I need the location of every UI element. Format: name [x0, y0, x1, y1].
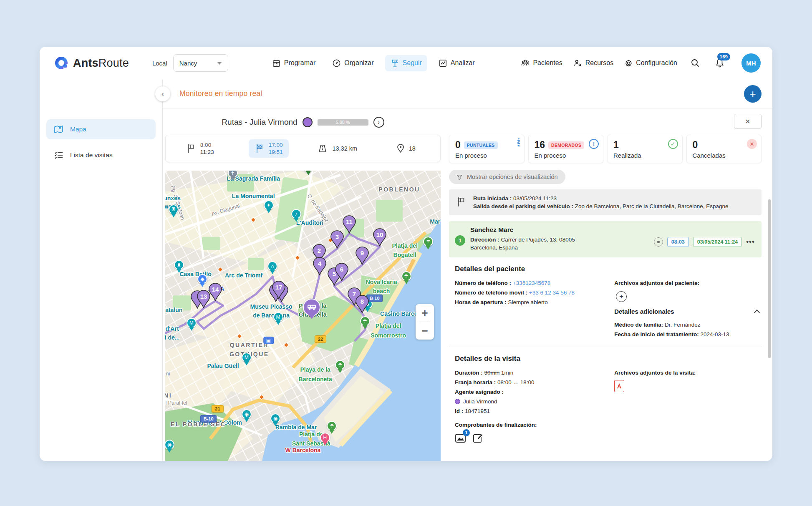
more-options-button[interactable]: •••	[746, 238, 755, 246]
additional-details-toggle[interactable]: Detalles adicionales	[614, 308, 762, 315]
poi-pin-icon[interactable]	[252, 218, 255, 222]
menu-item-seguir[interactable]: Seguir	[385, 55, 427, 71]
stat-stops: 18	[372, 143, 441, 154]
map-marker-9[interactable]: 9	[355, 247, 369, 265]
map-label: Platja del	[376, 322, 401, 329]
app-window: AntsRoute Local Nancy Programar	[40, 47, 772, 461]
stat-start-time: 8:0011:23	[166, 141, 235, 156]
checklist-icon	[54, 151, 64, 160]
map-marker-8[interactable]: 8	[355, 295, 369, 313]
vehicle-marker[interactable]	[303, 299, 320, 322]
route-start-info: Ruta iniciada : 03/05/2024 11:23 Salida …	[449, 189, 762, 215]
poi-pin-icon[interactable]: ◉	[165, 440, 174, 455]
poi-pin-icon[interactable]: ◉	[270, 413, 280, 429]
local-select[interactable]: Nancy	[173, 54, 228, 72]
poi-pin-icon[interactable]: M	[273, 312, 283, 327]
menu-item-recursos[interactable]: Recursos	[573, 59, 614, 67]
poi-pin-icon[interactable]: ☂	[401, 271, 411, 287]
poi-pin-icon[interactable]: ◉	[242, 409, 252, 425]
stop-number-badge: 1	[455, 235, 465, 246]
poi-pin-icon[interactable]: ♪	[291, 209, 301, 224]
next-route-button[interactable]: ›	[373, 117, 384, 128]
poi-pin-icon[interactable]: M	[242, 352, 252, 368]
poi-pin-icon[interactable]	[260, 395, 264, 399]
sidebar-item-mapa[interactable]: Mapa	[46, 119, 156, 139]
patient-address: Dirección : Carrer de Pujades, 13, 08005…	[470, 236, 595, 252]
patients-icon	[521, 59, 530, 67]
map-label: NI	[165, 392, 172, 399]
add-button[interactable]: +	[744, 85, 762, 103]
poi-pin-icon[interactable]: ♜	[174, 260, 184, 275]
poi-pin-icon[interactable]: M	[187, 318, 197, 333]
map-label: el Paral·lel	[165, 400, 187, 406]
status-card-canceladas: 0 Canceladas ✕	[686, 135, 762, 163]
road-icon	[317, 143, 328, 154]
poi-pin-icon[interactable]: ☂	[360, 316, 370, 332]
poi-pin-icon[interactable]: ∩	[267, 261, 277, 277]
poi-pin-icon[interactable]: ✦	[264, 200, 274, 216]
avatar[interactable]: MH	[741, 53, 761, 73]
panel-scrollbar[interactable]	[768, 199, 771, 358]
poi-pin-icon[interactable]: ◆	[197, 274, 207, 290]
locate-icon[interactable]	[654, 237, 663, 247]
notifications-button[interactable]: 169	[715, 58, 725, 68]
back-button[interactable]: ‹	[155, 86, 170, 101]
map-label: d'Art	[165, 325, 179, 332]
patient-details-title: Detalles del paciente	[455, 265, 762, 273]
map-label: Monument a Colom	[188, 419, 242, 426]
sidebar-item-lista-de-visitas[interactable]: Lista de visitas	[46, 145, 156, 165]
signature-proof-button[interactable]	[473, 433, 484, 443]
stat-end-time: 17:0019:51	[235, 139, 303, 158]
search-button[interactable]	[688, 56, 702, 70]
flag-icon	[456, 196, 467, 210]
close-button[interactable]: ✕	[734, 114, 762, 129]
mobile-link[interactable]: +33 6 12 34 56 78	[529, 290, 575, 296]
poi-pin-icon[interactable]	[238, 334, 242, 338]
poi-pin-icon[interactable]	[295, 256, 299, 259]
pdf-attachment-button[interactable]	[614, 380, 624, 392]
display-options-button[interactable]: Mostrar opciones de visualización	[449, 170, 565, 184]
map-label: ni	[166, 371, 170, 377]
visit-details-title: Detalles de la visita	[455, 355, 762, 363]
map-marker-3[interactable]: 3	[330, 230, 344, 249]
map-marker-4[interactable]: 4	[313, 257, 326, 275]
poi-pin-icon[interactable]: ♣	[303, 171, 313, 178]
road-badge: ▣	[263, 337, 274, 344]
brand-logo[interactable]: AntsRoute	[54, 55, 129, 70]
add-attachment-button[interactable]: +	[616, 291, 627, 302]
section-divider	[449, 347, 762, 347]
map-marker-11[interactable]: 11	[342, 215, 356, 234]
poi-pin-icon[interactable]: ☂	[423, 237, 433, 252]
map-marker-14[interactable]: 14	[209, 283, 222, 301]
map-label: unxes	[165, 195, 181, 201]
poi-pin-icon[interactable]: ♜	[169, 204, 179, 220]
menu-item-programar[interactable]: Programar	[267, 55, 321, 71]
poi-pin-icon[interactable]: ☂	[335, 360, 345, 375]
subheader: ‹ Monitoreo en tiempo real +	[163, 79, 772, 108]
poi-pin-icon[interactable]	[285, 343, 288, 347]
map-marker-6[interactable]: 6	[335, 263, 349, 281]
map-marker-17[interactable]: 17	[272, 281, 285, 299]
chevron-down-icon	[217, 62, 222, 67]
menu-item-pacientes[interactable]: Pacientes	[521, 59, 562, 67]
poi-pin-icon[interactable]: ✝	[228, 171, 238, 184]
search-icon	[691, 58, 700, 68]
route-progress-bar: 5.88 %	[318, 119, 368, 126]
menu-item-configuracion[interactable]: Configuración	[624, 59, 677, 68]
menu-item-organizar[interactable]: Organizar	[327, 55, 379, 71]
cancel-circle-icon: ✕	[747, 139, 757, 149]
zoom-in-button[interactable]: +	[416, 304, 434, 322]
map-label: Palau Güell	[207, 363, 239, 369]
poi-pin-icon[interactable]: H	[320, 433, 330, 448]
road-badge: 22	[315, 335, 326, 343]
map-marker-10[interactable]: 10	[373, 228, 387, 247]
menu-item-analizar[interactable]: Analizar	[433, 55, 480, 71]
poi-pin-icon[interactable]	[219, 267, 222, 271]
zoom-out-button[interactable]: −	[416, 322, 434, 340]
map[interactable]: La Sagrada FamíliaLa MonumentalL'Auditor…	[165, 171, 441, 461]
visit-card-sanchez-marc[interactable]: 1 Sanchez Marc Dirección : Carrer de Puj…	[449, 221, 762, 257]
photo-proof-button[interactable]: 1	[455, 433, 466, 443]
phone-link[interactable]: +33612345678	[513, 280, 550, 286]
gauge-icon	[332, 59, 341, 68]
agent-color-dot	[455, 399, 460, 404]
